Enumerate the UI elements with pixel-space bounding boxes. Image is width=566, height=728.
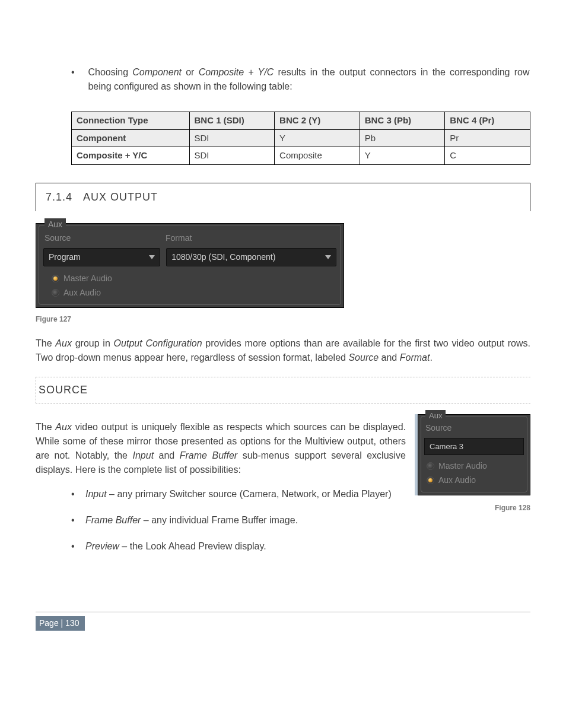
th: BNC 2 (Y): [275, 112, 360, 130]
txt-italic: Source: [348, 352, 379, 363]
txt: The: [36, 338, 55, 348]
txt-italic: Input: [85, 489, 107, 499]
list-item: •Input – any primary Switcher source (Ca…: [71, 485, 406, 503]
table-header-row: Connection Type BNC 1 (SDI) BNC 2 (Y) BN…: [72, 112, 530, 130]
txt: or: [182, 67, 199, 77]
bullet-dot: •: [71, 65, 85, 80]
th: BNC 4 (Pr): [445, 112, 530, 130]
aux-mini-panel-screenshot: Aux Source Camera 3 Master Audio Aux Aud…: [418, 414, 530, 496]
txt-italic: Aux: [55, 422, 72, 432]
radio-label: Aux Audio: [438, 474, 476, 487]
paragraph-aux-group: The Aux group in Output Configuration pr…: [36, 336, 530, 365]
audio-radio-group: Master Audio Aux Audio: [427, 460, 524, 487]
connection-type-table: Connection Type BNC 1 (SDI) BNC 2 (Y) BN…: [71, 112, 530, 165]
dropdown-value: Program: [49, 251, 81, 263]
radio-aux-audio[interactable]: Aux Audio: [52, 287, 336, 299]
table-row: Composite + Y/C SDI Composite Y C: [72, 147, 530, 165]
bullet-choosing: • Choosing Component or Composite + Y/C …: [71, 65, 530, 94]
section-header-aux-output: 7.1.4AUX OUTPUT: [36, 183, 530, 211]
radio-icon: [52, 275, 59, 282]
td: SDI: [189, 147, 275, 165]
radio-aux-audio[interactable]: Aux Audio: [427, 474, 524, 487]
figure-caption-128: Figure 128: [418, 503, 530, 513]
format-dropdown[interactable]: 1080/30p (SDI, Component): [166, 248, 336, 266]
bullet-dot: •: [71, 538, 85, 555]
subsection-source: SOURCE: [36, 377, 530, 403]
source-label: Source: [424, 422, 524, 434]
source-label: Source: [43, 232, 158, 244]
bullet-dot: •: [71, 511, 85, 529]
txt-italic: Component: [132, 67, 182, 77]
txt-italic: Input: [133, 450, 154, 460]
dropdown-value: 1080/30p (SDI, Component): [171, 251, 275, 263]
bullet-text: Choosing Component or Composite + Y/C re…: [88, 65, 529, 94]
txt: The: [36, 422, 55, 432]
list-item: •Preview – the Look Ahead Preview displa…: [71, 538, 406, 555]
txt: – any individual Frame Buffer image.: [141, 515, 298, 525]
td: Y: [275, 129, 360, 147]
txt: .: [430, 352, 432, 363]
th: BNC 1 (SDI): [189, 112, 275, 130]
figure-caption-127: Figure 127: [36, 314, 530, 325]
source-dropdown[interactable]: Camera 3: [424, 438, 524, 456]
txt-italic: Aux: [55, 338, 72, 348]
audio-radio-group: Master Audio Aux Audio: [52, 272, 336, 299]
radio-master-audio[interactable]: Master Audio: [427, 460, 524, 472]
section-number: 7.1.4: [46, 191, 72, 203]
td: C: [445, 147, 530, 165]
list-item: •Frame Buffer – any individual Frame Buf…: [71, 511, 406, 529]
th: Connection Type: [72, 112, 190, 130]
radio-label: Master Audio: [438, 460, 487, 472]
td: Pb: [360, 129, 445, 147]
radio-icon: [427, 462, 434, 470]
th: BNC 3 (Pb): [360, 112, 445, 130]
section-title: AUX OUTPUT: [83, 191, 158, 203]
aux-panel-screenshot: Aux Source Format Program 1080/30p (SDI,…: [36, 223, 344, 308]
chevron-down-icon: [325, 255, 331, 259]
txt-italic: Composite + Y/C: [199, 67, 274, 77]
txt-italic: Frame Buffer: [180, 450, 237, 460]
fieldset-legend: Aux: [44, 218, 66, 231]
table-row: Component SDI Y Pb Pr: [72, 129, 530, 147]
txt-italic: Format: [400, 352, 430, 363]
txt: group in: [72, 338, 114, 348]
txt: Choosing: [88, 67, 132, 77]
chevron-down-icon: [149, 255, 155, 259]
td: Composite + Y/C: [72, 147, 190, 165]
txt-italic: Frame Buffer: [85, 515, 141, 525]
format-label: Format: [164, 232, 336, 244]
td: Composite: [275, 147, 360, 165]
radio-label: Aux Audio: [63, 287, 101, 299]
radio-icon: [427, 476, 434, 484]
source-dropdown[interactable]: Program: [43, 248, 160, 266]
fieldset-legend: Aux: [425, 410, 446, 422]
txt: – any primary Switcher source (Camera, N…: [107, 489, 392, 499]
source-list: •Input – any primary Switcher source (Ca…: [71, 485, 406, 556]
txt-italic: Preview: [85, 541, 119, 551]
radio-icon: [52, 289, 59, 297]
radio-label: Master Audio: [63, 272, 112, 285]
paragraph-aux-video: The Aux video output is uniquely flexibl…: [36, 420, 406, 477]
bullet-dot: •: [71, 485, 85, 503]
dropdown-value: Camera 3: [430, 442, 463, 451]
td: SDI: [189, 129, 275, 147]
page-number: Page | 130: [36, 616, 85, 631]
txt: and: [379, 352, 400, 363]
td: Pr: [445, 129, 530, 147]
txt-italic: Output Configuration: [114, 338, 202, 348]
td: Y: [360, 147, 445, 165]
txt: and: [154, 450, 180, 460]
page-footer: Page | 130: [36, 612, 530, 631]
td: Component: [72, 129, 190, 147]
radio-master-audio[interactable]: Master Audio: [52, 272, 336, 285]
txt: – the Look Ahead Preview display.: [119, 541, 266, 551]
